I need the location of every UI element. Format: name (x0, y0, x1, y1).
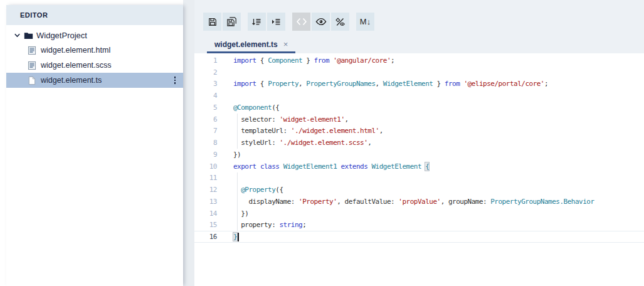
line-number: 15 (194, 221, 226, 229)
line-number: 13 (194, 198, 226, 206)
indent-guide (237, 114, 238, 125)
folder-icon (23, 31, 34, 40)
indent-guide (237, 184, 238, 196)
code-text: export class WidgetElement1 extends Widg… (226, 162, 429, 171)
tree-item-label: WidgetProject (36, 31, 87, 40)
chevron-down-icon[interactable] (11, 32, 23, 39)
code-view-icon (296, 17, 307, 26)
indent-guide (237, 208, 238, 220)
doc-file-icon (26, 61, 38, 70)
format-indent-icon (271, 17, 282, 27)
save-all-button[interactable] (223, 13, 241, 31)
code-line-4[interactable]: 4 (194, 90, 644, 102)
text-cursor (238, 233, 239, 241)
code-text: selector: 'widget-element1', (226, 115, 349, 124)
line-number: 3 (194, 80, 226, 88)
format-lines-icon (251, 17, 262, 27)
tree-item-widget-element-html[interactable]: widget.element.html (6, 43, 183, 58)
code-view-button[interactable] (292, 13, 310, 31)
sidebar-header: EDITOR (6, 5, 183, 25)
code-line-6[interactable]: 6 selector: 'widget-element1', (194, 114, 644, 125)
doc-file-icon (26, 46, 38, 55)
indent-guide (237, 172, 238, 184)
code-text: } (226, 233, 239, 241)
percent-preview-button[interactable] (331, 13, 349, 31)
preview-eye-icon (315, 17, 327, 26)
tree-item-label: widget.element.html (41, 46, 110, 55)
editor-sidebar: EDITOR WidgetProject widget.element.html… (6, 5, 183, 286)
code-line-10[interactable]: 10export class WidgetElement1 extends Wi… (194, 161, 644, 172)
line-number: 10 (194, 162, 226, 171)
code-text: styleUrl: './widget.element.scss', (226, 139, 371, 147)
tree-item-widgetproject[interactable]: WidgetProject (6, 28, 183, 43)
tree-item-widget-element-ts[interactable]: widget.element.ts (6, 73, 183, 88)
indent-guide (237, 137, 238, 149)
code-text: import { Component } from '@angular/core… (226, 56, 394, 65)
tab-label: widget.element.ts (214, 40, 278, 49)
code-text: import { Property, PropertyGroupNames, W… (226, 80, 548, 88)
code-line-7[interactable]: 7 templateUrl: './widget.element.html', (194, 125, 644, 137)
code-text: property: string; (226, 221, 306, 229)
close-icon[interactable]: × (283, 40, 288, 48)
code-line-8[interactable]: 8 styleUrl: './widget.element.scss', (194, 137, 644, 149)
line-number: 4 (194, 92, 226, 100)
tree-item-label: widget.element.ts (41, 76, 102, 85)
code-line-1[interactable]: 1import { Component } from '@angular/cor… (194, 55, 644, 66)
line-number: 7 (194, 127, 226, 135)
percent-preview-icon (335, 17, 346, 27)
code-text: displayName: 'Property', defaultValue: '… (226, 198, 594, 206)
indent-guide (237, 196, 238, 208)
line-number: 16 (194, 233, 226, 241)
code-line-13[interactable]: 13 displayName: 'Property', defaultValue… (194, 196, 644, 208)
line-number: 9 (194, 151, 226, 159)
save-icon (208, 17, 218, 27)
tree-item-widget-element-scss[interactable]: widget.element.scss (6, 58, 183, 73)
line-number: 14 (194, 209, 226, 218)
tree-item-label: widget.element.scss (41, 61, 112, 70)
tab-widget-element-ts[interactable]: widget.element.ts × (207, 37, 295, 53)
code-line-2[interactable]: 2 (194, 66, 644, 78)
code-text: @Property({ (226, 186, 283, 194)
tab-bar: widget.element.ts × (207, 37, 295, 53)
indent-guide (237, 125, 238, 137)
line-number: 6 (194, 115, 226, 124)
panel-divider (183, 0, 194, 286)
ide-window: EDITOR WidgetProject widget.element.html… (0, 0, 644, 286)
code-editor[interactable]: 1import { Component } from '@angular/cor… (194, 53, 644, 286)
line-number: 5 (194, 103, 226, 112)
code-line-3[interactable]: 3import { Property, PropertyGroupNames, … (194, 78, 644, 90)
code-line-5[interactable]: 5@Component({ (194, 102, 644, 114)
kebab-menu-icon[interactable] (171, 75, 179, 85)
code-line-9[interactable]: 9}) (194, 149, 644, 161)
code-text: @Component({ (226, 103, 279, 112)
line-number: 11 (194, 174, 226, 182)
sidebar-title: EDITOR (20, 11, 48, 19)
code-text: }) (226, 151, 241, 159)
code-line-14[interactable]: 14 }) (194, 208, 644, 220)
format-lines-button[interactable] (248, 13, 266, 31)
preview-button[interactable] (312, 13, 330, 31)
line-number: 1 (194, 56, 226, 65)
code-line-16[interactable]: 16} (194, 231, 644, 243)
save-button[interactable] (203, 13, 221, 31)
indent-guide (237, 220, 238, 231)
line-number: 2 (194, 68, 226, 77)
format-indent-button[interactable] (267, 13, 285, 31)
blank-file-icon (26, 76, 38, 85)
save-all-icon (226, 16, 237, 27)
code-line-12[interactable]: 12 @Property({ (194, 184, 644, 196)
editor-header-area: M↓ widget.element.ts × (194, 0, 644, 53)
file-tree: WidgetProject widget.element.htmlwidget.… (6, 25, 183, 88)
line-number: 12 (194, 186, 226, 194)
line-number: 8 (194, 139, 226, 147)
markdown-sort-icon: M↓ (360, 17, 371, 26)
markdown-sort-button[interactable]: M↓ (356, 13, 374, 31)
editor-main-panel: M↓ widget.element.ts × 1import { Compone… (194, 0, 644, 286)
code-text: templateUrl: './widget.element.html', (226, 127, 383, 135)
editor-toolbar: M↓ (203, 13, 376, 31)
code-line-11[interactable]: 11 (194, 172, 644, 184)
code-line-15[interactable]: 15 property: string; (194, 220, 644, 231)
